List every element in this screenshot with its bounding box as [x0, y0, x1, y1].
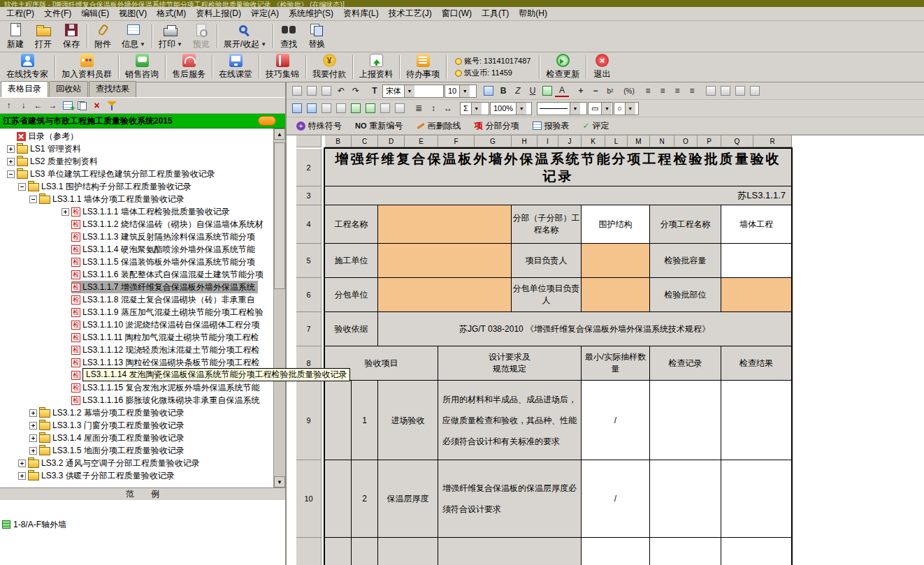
tree-item[interactable]: LS3.1.1.13 陶粒砼保温砌块条板节能分项工程检: [0, 356, 273, 369]
constructor-input[interactable]: [378, 244, 511, 277]
save-button[interactable]: 保存: [57, 22, 85, 51]
move-down-icon[interactable]: ↓: [17, 99, 30, 112]
item-sample-cell[interactable]: [582, 538, 649, 565]
row-header[interactable]: 5: [296, 244, 322, 278]
capacity-label[interactable]: 检验批容量: [650, 244, 721, 277]
menu-item-report-upload[interactable]: 资料上报(D): [191, 6, 246, 21]
expander-icon[interactable]: [62, 208, 69, 216]
expander-icon[interactable]: [7, 158, 15, 166]
tree-item[interactable]: LS3.1.1 墙体分项工程质量验收记录: [0, 193, 273, 205]
sub-manager-input[interactable]: [582, 278, 649, 311]
project-name-label[interactable]: 工程名称: [325, 205, 377, 243]
item-name-cell[interactable]: 保温层厚度: [378, 460, 438, 537]
exit-button[interactable]: 退出: [588, 52, 616, 82]
tree-item[interactable]: LS3.1.1.16 膨胀玻化微珠砌块非承重自保温系统: [0, 394, 273, 406]
chevron-down-icon[interactable]: ▼: [601, 103, 612, 115]
ruler-icon[interactable]: [719, 85, 732, 97]
row-header[interactable]: 2: [296, 149, 322, 186]
line-style-select[interactable]: ▼: [537, 102, 587, 115]
expander-icon[interactable]: [29, 196, 37, 203]
row-header[interactable]: 9: [296, 381, 322, 460]
location-label[interactable]: 检验批部位: [650, 278, 721, 311]
todo-button[interactable]: 待办事项: [401, 52, 445, 82]
expander-icon[interactable]: [18, 472, 26, 480]
tree-item[interactable]: LS3.1.1.15 复合发泡水泥板外墙外保温系统节能: [0, 381, 273, 394]
root-action-button[interactable]: [258, 116, 276, 126]
expander-icon[interactable]: [7, 145, 15, 153]
item-sample-cell[interactable]: /: [582, 460, 649, 537]
tree-item[interactable]: LS3.1.1.3 建筑反射隔热涂料保温系统节能分项: [0, 230, 273, 243]
column-header[interactable]: N: [650, 135, 674, 147]
renumber-button[interactable]: NO 重新编号: [349, 119, 410, 133]
superscript-icon[interactable]: b²: [603, 85, 617, 97]
form-title-cell[interactable]: 增强纤维复合保温板外墙外保温系统节能分项工程检验批质量验收记录: [325, 149, 791, 186]
tab-recycle-bin[interactable]: 回收站: [49, 81, 88, 97]
category-cell[interactable]: [325, 538, 351, 565]
item-name-value[interactable]: 墙体工程: [721, 205, 791, 243]
align-center-icon[interactable]: ≡: [656, 85, 670, 97]
example-item[interactable]: 1-8/A-F轴外墙: [0, 518, 285, 531]
example-tab-bar[interactable]: 范 例: [0, 487, 285, 500]
column-header[interactable]: M: [628, 135, 650, 147]
sum-select[interactable]: Σ ▼: [460, 102, 489, 115]
item-no-cell[interactable]: 2: [352, 460, 377, 537]
tree-item[interactable]: LS3.1.1.11 陶粒加气混凝土砌块节能分项工程检: [0, 331, 273, 344]
menu-item-window[interactable]: 窗口(W): [437, 6, 477, 21]
menu-item-view[interactable]: 视图(V): [114, 6, 152, 21]
insert-row-icon[interactable]: [290, 102, 304, 115]
attachment-button[interactable]: 附件: [89, 22, 117, 51]
cell-lock-icon[interactable]: [378, 102, 392, 115]
row-header[interactable]: 3: [296, 186, 322, 205]
ruler-icon[interactable]: [704, 85, 718, 97]
tree-item[interactable]: LS3.1 围护结构子分部工程质量验收记录: [0, 180, 273, 193]
item-result-cell[interactable]: [721, 538, 791, 565]
italic-icon[interactable]: Z: [511, 85, 525, 97]
category-cell[interactable]: [325, 460, 351, 537]
check-update-button[interactable]: 检查更新: [541, 52, 584, 82]
info-button[interactable]: 信息▼: [117, 22, 150, 51]
ruler-icon[interactable]: [748, 85, 762, 97]
basis-label[interactable]: 验收依据: [325, 312, 377, 346]
zoom-select[interactable]: 100% ▼: [490, 102, 532, 115]
scrollbar-thumb[interactable]: [274, 142, 285, 289]
tree-item[interactable]: LS3.1.1.5 保温装饰板外墙外保温系统节能分项: [0, 256, 273, 268]
column-header[interactable]: D: [378, 135, 405, 147]
expander-icon[interactable]: [18, 460, 26, 467]
chevron-down-icon[interactable]: ▼: [570, 103, 580, 115]
tree-item[interactable]: LS3.1.1.8 混凝土复合保温砌块（砖）非承重自: [0, 293, 273, 306]
column-header[interactable]: O: [674, 135, 698, 147]
paste-icon[interactable]: [290, 85, 304, 97]
menu-item-tools[interactable]: 工具(T): [477, 6, 514, 21]
location-input[interactable]: [721, 278, 791, 311]
manager-label[interactable]: 项目负责人: [512, 244, 581, 277]
find-button[interactable]: 查找: [275, 22, 303, 51]
delete-column-icon[interactable]: [334, 102, 348, 115]
tree-item[interactable]: LS3.1.5 地面分项工程质量验收记录: [0, 444, 273, 457]
strikeout-button[interactable]: 画删除线: [410, 119, 468, 133]
column-header[interactable]: L: [605, 135, 628, 147]
chevron-down-icon[interactable]: ▼: [516, 103, 526, 115]
tree-item[interactable]: LS3.1.1.9 蒸压加气混凝土砌块节能分项工程检验: [0, 306, 273, 318]
chevron-down-icon[interactable]: ▼: [625, 103, 635, 115]
line-spacing-icon[interactable]: ≣: [412, 102, 426, 115]
replace-button[interactable]: 替换: [303, 22, 331, 51]
column-header[interactable]: R: [753, 135, 792, 147]
item-requirement-cell[interactable]: 增强纤维复合保温板无起翘、断裂、: [438, 538, 581, 565]
pay-button[interactable]: 我要付款: [308, 52, 351, 82]
tree-item[interactable]: 目录（参考）: [0, 130, 273, 142]
row-header[interactable]: 6: [296, 278, 322, 312]
open-button[interactable]: 打开: [29, 22, 57, 51]
expander-icon[interactable]: [7, 170, 15, 178]
basis-value[interactable]: 苏JG/T 038-2010 《增强纤维复合保温板外墙外保温系统技术规程》: [378, 312, 791, 346]
menu-item-help[interactable]: 帮助(H): [514, 6, 552, 21]
corner-cell[interactable]: [296, 135, 322, 147]
column-header[interactable]: H: [512, 135, 537, 147]
align-justify-icon[interactable]: ≡: [685, 85, 699, 97]
join-group-button[interactable]: 加入资料员群: [57, 52, 117, 82]
expander-icon[interactable]: [29, 447, 37, 455]
sub-manager-label[interactable]: 分包单位项目负责人: [512, 278, 581, 311]
tree-item[interactable]: LS3.1.1.1 墙体工程检验批质量验收记录: [0, 205, 273, 218]
upload-data-button[interactable]: 上报资料: [354, 52, 398, 82]
tree-item[interactable]: LS3.1.4 屋面分项工程质量验收记录: [0, 432, 273, 444]
inspection-report-button[interactable]: 报验表: [526, 119, 576, 133]
